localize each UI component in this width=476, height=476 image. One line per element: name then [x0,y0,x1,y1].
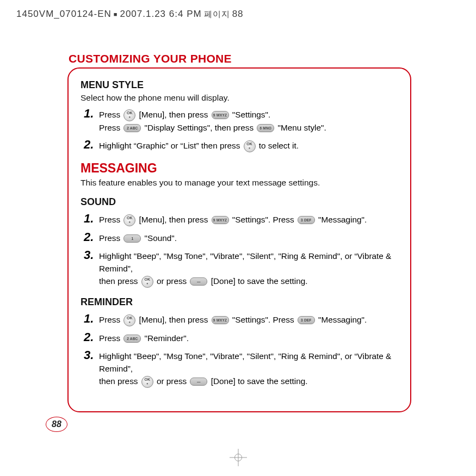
step-number: 1. [84,108,96,134]
heading-reminder: REMINDER [81,296,398,308]
print-header: 1450VM_070124-EN ■ 2007.1.23 6:4 PM 페이지 … [16,9,244,20]
key-1-icon: 1 [123,234,141,243]
step-body: Press 2 ABC "Reminder". [99,332,189,344]
registration-mark-icon [230,449,247,466]
list-item: 3. Highlight "Beep", "Msg Tone", "Vibrat… [81,350,398,388]
key-dash-icon: — [190,277,207,286]
header-filename: 1450VM_070124-EN [16,9,112,20]
heading-messaging: MESSAGING [81,161,398,176]
list-item: 1. Press OK [Menu], then press 9 WXYZ "S… [81,108,398,134]
ok-key-icon: OK [141,376,153,388]
step-body: Press OK [Menu], then press 9 WXYZ "Sett… [99,213,367,226]
ok-key-icon: OK [141,276,153,288]
step-number: 3. [84,350,96,388]
step-body: Press 1 "Sound". [99,232,177,244]
step-number: 3. [84,250,96,288]
sound-steps: 1. Press OK [Menu], then press 9 WXYZ "S… [81,213,398,288]
step-number: 2. [84,332,96,344]
page-title: CUSTOMIZING YOUR PHONE [69,52,232,65]
ok-key-icon: OK [123,109,135,121]
list-item: 2. Press 1 "Sound". [81,232,398,244]
step-number: 2. [84,139,96,152]
header-korean: 페이지 [204,9,230,20]
header-square-icon: ■ [114,11,118,17]
header-timestamp: 2007.1.23 6:4 PM [120,9,201,20]
step-number: 2. [84,232,96,244]
key-9-icon: 9 WXYZ [212,316,229,324]
key-3-icon: 3 DEF [298,216,315,224]
heading-sound: SOUND [81,196,398,208]
step-body: Highlight "Beep", "Msg Tone", "Vibrate",… [99,250,398,288]
header-page-inline: 88 [232,9,244,20]
page-number: 88 [46,417,67,432]
step-number: 1. [84,213,96,226]
step-body: Press OK [Menu], then press 9 WXYZ "Sett… [99,108,326,134]
key-3-icon: 3 DEF [298,316,315,324]
key-2-icon: 2 ABC [123,335,141,343]
key-2-icon: 2 ABC [123,124,141,132]
key-dash-icon: — [190,378,207,386]
reminder-steps: 1. Press OK [Menu], then press 9 WXYZ "S… [81,313,398,388]
step-body: Press OK [Menu], then press 9 WXYZ "Sett… [99,313,367,326]
menu-style-steps: 1. Press OK [Menu], then press 9 WXYZ "S… [81,108,398,152]
step-body: Highlight "Beep", "Msg Tone", "Vibrate",… [99,350,398,388]
messaging-desc: This feature enables you to manage your … [81,178,398,188]
list-item: 1. Press OK [Menu], then press 9 WXYZ "S… [81,313,398,326]
page-number-badge: 88 [46,417,67,432]
list-item: 2. Highlight “Graphic” or “List” then pr… [81,139,398,152]
content-panel: MENU STYLE Select how the phone menu wil… [67,67,411,412]
key-9-icon: 9 WXYZ [212,111,229,119]
step-body: Highlight “Graphic” or “List” then press… [99,139,299,152]
key-6-icon: 6 MNO [257,124,274,132]
ok-key-icon: OK [123,314,135,326]
key-9-icon: 9 WXYZ [212,216,229,224]
list-item: 1. Press OK [Menu], then press 9 WXYZ "S… [81,213,398,226]
list-item: 3. Highlight "Beep", "Msg Tone", "Vibrat… [81,250,398,288]
step-number: 1. [84,313,96,326]
ok-key-icon: OK [123,214,135,226]
heading-menu-style: MENU STYLE [81,79,398,91]
ok-key-icon: OK [244,140,256,152]
menu-style-desc: Select how the phone menu will display. [81,93,398,103]
list-item: 2. Press 2 ABC "Reminder". [81,332,398,344]
